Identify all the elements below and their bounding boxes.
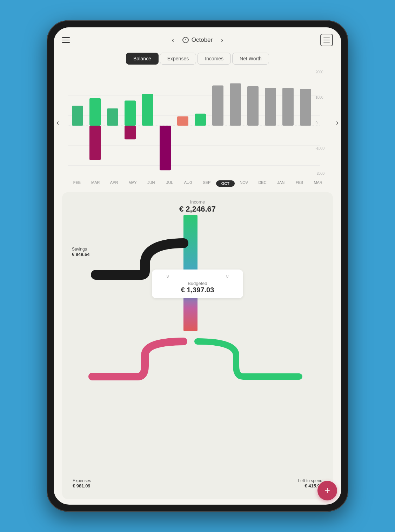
current-month: October <box>182 36 213 44</box>
list-view-button[interactable] <box>320 34 333 46</box>
expenses-text: Expenses <box>73 478 91 483</box>
sankey-chart <box>69 215 326 398</box>
x-aug: AUG <box>179 180 198 187</box>
chart-area: 2000 1000 0 -1000 -2000 <box>68 70 327 175</box>
savings-label: Savings € 849.64 <box>72 247 90 257</box>
prev-month-button[interactable]: ‹ <box>169 35 177 45</box>
income-text: Income <box>69 199 326 205</box>
tab-expenses[interactable]: Expenses <box>160 53 196 65</box>
menu-button[interactable] <box>62 34 75 46</box>
income-amount: € 2,246.67 <box>69 205 326 214</box>
x-may: MAY <box>123 180 142 187</box>
tab-bar: Balance Expenses Incomes Net Worth <box>54 50 341 67</box>
savings-text: Savings <box>72 247 90 252</box>
chart-container: ‹ › 2000 1000 0 -1000 -2000 <box>54 70 341 175</box>
svg-rect-21 <box>282 88 294 126</box>
svg-rect-15 <box>177 117 188 126</box>
x-sep: SEP <box>198 180 216 187</box>
month-label: October <box>192 36 213 44</box>
tab-balance[interactable]: Balance <box>126 53 159 65</box>
svg-rect-16 <box>195 114 206 126</box>
budgeted-label: Budgeted <box>166 281 229 286</box>
expenses-label-bottom: Expenses € 981.09 <box>73 478 91 488</box>
svg-rect-13 <box>142 94 153 126</box>
x-jan: JAN <box>272 180 290 187</box>
add-transaction-button[interactable]: + <box>317 481 337 500</box>
budgeted-card: ∨ ∨ Budgeted € 1,397.03 <box>152 270 243 298</box>
svg-rect-18 <box>230 84 241 126</box>
savings-amount: € 849.64 <box>72 252 90 257</box>
tab-incomes[interactable]: Incomes <box>198 53 231 65</box>
svg-rect-10 <box>107 108 118 126</box>
chart-prev-button[interactable]: ‹ <box>54 118 62 127</box>
bar-chart <box>68 76 327 175</box>
expenses-amount: € 981.09 <box>73 483 91 488</box>
x-nov: NOV <box>235 180 253 187</box>
clock-icon <box>182 37 189 43</box>
income-label: Income € 2,246.67 <box>69 199 326 214</box>
x-feb1: FEB <box>68 180 86 187</box>
x-jul: JUL <box>160 180 179 187</box>
device-frame: ‹ October › Balance Expenses <box>47 20 348 512</box>
x-oct[interactable]: OCT <box>216 180 235 187</box>
x-mar1: MAR <box>86 180 105 187</box>
svg-rect-17 <box>212 85 223 126</box>
svg-rect-22 <box>300 89 311 126</box>
sankey-section: Income € 2,246.67 <box>62 192 333 499</box>
plus-icon: + <box>324 485 330 495</box>
svg-rect-8 <box>89 98 101 126</box>
svg-rect-14 <box>160 126 171 170</box>
next-month-button[interactable]: › <box>218 35 226 45</box>
chart-next-button[interactable]: › <box>333 118 341 127</box>
header: ‹ October › <box>54 27 341 50</box>
left-to-spend-text: Left to spend <box>298 478 322 483</box>
x-apr: APR <box>105 180 123 187</box>
header-nav: ‹ October › <box>75 35 320 45</box>
x-axis: FEB MAR APR MAY JUN JUL AUG SEP OCT NOV … <box>54 178 341 187</box>
svg-rect-12 <box>125 126 136 139</box>
svg-rect-20 <box>265 88 276 126</box>
y-label-2000: 2000 <box>315 70 324 74</box>
device-screen: ‹ October › Balance Expenses <box>54 27 341 505</box>
x-mar2: MAR <box>309 180 327 187</box>
x-dec: DEC <box>253 180 272 187</box>
chevron-right-icon[interactable]: ∨ <box>226 274 229 279</box>
x-jun: JUN <box>142 180 160 187</box>
chevron-left-icon[interactable]: ∨ <box>166 274 169 279</box>
svg-rect-7 <box>72 106 83 126</box>
bottom-labels: Expenses € 981.09 Left to spend € 415.94 <box>62 478 333 488</box>
svg-rect-9 <box>89 126 101 160</box>
svg-rect-19 <box>247 86 259 126</box>
tab-networth[interactable]: Net Worth <box>232 53 269 65</box>
budgeted-chevrons: ∨ ∨ <box>166 274 229 279</box>
x-feb2: FEB <box>290 180 309 187</box>
svg-rect-11 <box>125 101 136 126</box>
budgeted-amount: € 1,397.03 <box>166 286 229 294</box>
